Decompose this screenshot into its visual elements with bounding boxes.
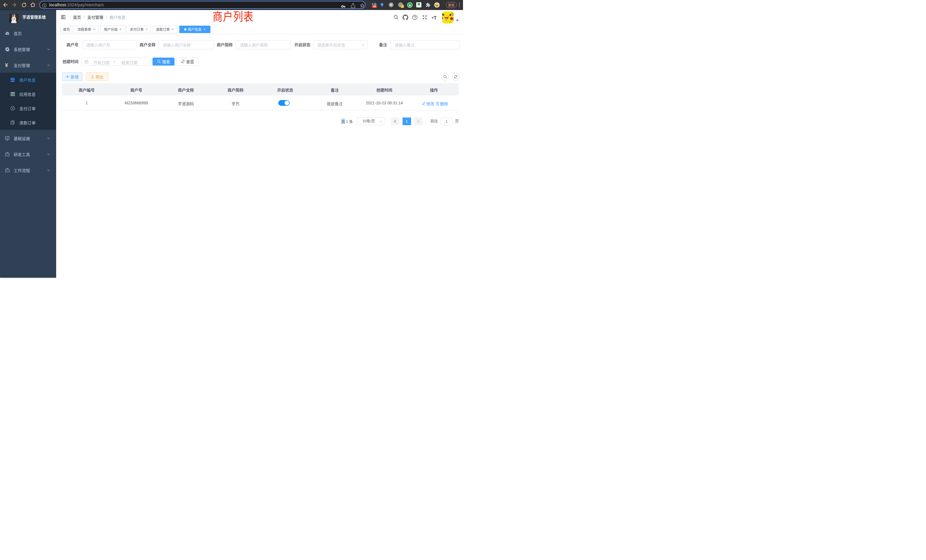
svg-text:¥: ¥ (12, 107, 14, 110)
svg-text:y: y (409, 3, 411, 6)
svg-text:⌘: ⌘ (390, 3, 393, 6)
